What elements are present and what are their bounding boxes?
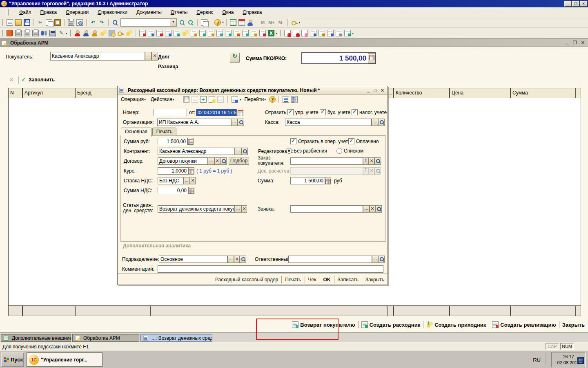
kassa-open-button[interactable]	[378, 119, 385, 126]
vat-rate-clear-button[interactable]: ✕	[190, 177, 196, 184]
document-icon[interactable]	[165, 30, 172, 36]
col-price[interactable]: Цена	[450, 88, 510, 98]
order-t-button[interactable]: T	[363, 157, 369, 165]
info-icon[interactable]: i	[214, 19, 221, 26]
report-book-icon[interactable]	[7, 30, 13, 36]
coins-icon[interactable]	[100, 30, 107, 36]
subdivision-field[interactable]: Основное	[159, 256, 227, 263]
col-n[interactable]: N	[8, 88, 22, 98]
copy-new-icon[interactable]: +	[200, 96, 207, 103]
windows-icon[interactable]	[201, 19, 207, 26]
cashflow-field[interactable]: Возврат денежных средств покупат	[158, 205, 235, 213]
contragent-select-button[interactable]: ...	[235, 148, 241, 155]
arm-close-button[interactable]: ✕	[581, 40, 585, 45]
menu-reports[interactable]: Отчеты	[171, 9, 188, 15]
taskbar-app-button[interactable]: "Управление торг...	[27, 352, 102, 367]
tab-print[interactable]: Печать	[152, 128, 176, 136]
menu-catalogs[interactable]: Справочники	[98, 9, 127, 15]
memory-mplus-button[interactable]: M+	[267, 20, 276, 25]
calendar-icon[interactable]	[238, 19, 245, 26]
paste-icon[interactable]	[54, 19, 61, 26]
document-icon[interactable]	[191, 30, 197, 36]
clear-list-icon[interactable]: ✕	[9, 76, 14, 83]
zayavka-field[interactable]	[290, 205, 363, 213]
zayavka-open-button[interactable]	[375, 205, 382, 213]
checkbox-oper[interactable]: ✓Отразить в опер. учете	[290, 138, 351, 144]
kurs-field[interactable]: 1,0000	[158, 167, 188, 175]
save-icon[interactable]	[183, 96, 189, 103]
date-field[interactable]: 02.08.2018 16:17:50	[196, 109, 237, 116]
report-icon[interactable]	[318, 30, 325, 36]
buyer-clear-button[interactable]: ✕	[151, 52, 158, 61]
restore-button[interactable]: ❐	[572, 1, 579, 7]
minimize-button[interactable]: _	[564, 1, 572, 7]
copy-icon[interactable]	[46, 19, 52, 26]
number-field[interactable]	[154, 109, 187, 116]
create-expense-button[interactable]: Создать расходник	[361, 321, 421, 328]
document-icon[interactable]	[148, 30, 154, 36]
print-button[interactable]: Печать	[285, 277, 301, 283]
subdivision-select-button[interactable]: ...	[227, 256, 234, 263]
write-button[interactable]: Записать	[338, 277, 359, 283]
create-income-button[interactable]: + Создать приходник	[426, 321, 486, 328]
caret-icon[interactable]: ▾	[66, 31, 67, 35]
print-icon[interactable]	[68, 19, 74, 26]
undo-icon[interactable]: ↶	[90, 19, 96, 26]
col-quantity[interactable]: Количество	[394, 88, 450, 98]
arm-minimize-button[interactable]: _	[566, 40, 569, 45]
mdi-tab-arm[interactable]: Обработка АРМ	[72, 334, 139, 342]
arm-restore-button[interactable]: ❐	[573, 40, 577, 45]
document-icon[interactable]	[139, 30, 146, 36]
col-sum[interactable]: Сумма	[510, 88, 576, 98]
find-next-icon[interactable]	[179, 19, 185, 26]
key-icon[interactable]	[117, 30, 124, 36]
checkbox-buh[interactable]: ✓бух. учете	[320, 109, 350, 115]
podbor-button[interactable]: Подбор	[229, 157, 249, 165]
menu-documents[interactable]: Документы	[136, 9, 162, 15]
menu-edit[interactable]: Правка	[40, 9, 57, 15]
coins-icon[interactable]	[182, 30, 189, 36]
cashflow-select-button[interactable]: ...	[235, 205, 241, 213]
dogovor-select-button[interactable]: ...	[208, 157, 214, 165]
caret-icon[interactable]: ▾	[222, 20, 224, 24]
open-icon[interactable]	[15, 19, 22, 26]
report-icon[interactable]	[327, 30, 334, 36]
dialog-minimize-button[interactable]: _	[367, 88, 370, 93]
refresh-button[interactable]: ↻	[230, 53, 240, 63]
report-icon[interactable]	[310, 30, 316, 36]
report-person-icon[interactable]	[284, 30, 291, 36]
check-button[interactable]: Чек	[308, 277, 316, 283]
print-form-icon[interactable]	[32, 30, 39, 36]
list-settings-icon[interactable]	[283, 96, 289, 103]
report-person-icon[interactable]	[293, 30, 299, 36]
pko-sum-field[interactable]: 1 500,00	[301, 52, 376, 64]
based-on-icon[interactable]	[232, 96, 238, 103]
responsible-field[interactable]	[288, 256, 372, 263]
vat-sum-field[interactable]: 0,00	[158, 187, 188, 194]
document-icon[interactable]	[156, 30, 163, 36]
menu-service[interactable]: Сервис	[196, 9, 213, 15]
radio-list[interactable]: Списком	[336, 148, 363, 154]
actions-menu-button[interactable]: Действия▾	[149, 96, 176, 103]
dogovor-clear-button[interactable]: ✕	[214, 157, 220, 165]
document-icon[interactable]	[216, 30, 223, 36]
fill-check-icon[interactable]: ✓	[21, 76, 27, 83]
cashflow-clear-button[interactable]: ✕	[241, 205, 247, 213]
zayavka-clear-button[interactable]: ✕	[370, 205, 375, 213]
order-field[interactable]	[290, 157, 363, 165]
comment-field[interactable]	[158, 265, 383, 273]
close-dialog-button[interactable]: Закрыть	[365, 277, 384, 283]
radio-no-split[interactable]: Без разбиения	[286, 148, 327, 154]
create-sale-button[interactable]: Создать реализацию	[492, 321, 556, 328]
bank-icon[interactable]	[109, 30, 115, 36]
vat-rate-select-button[interactable]: ...	[183, 177, 190, 184]
dialog-close-button[interactable]: ✕	[381, 88, 384, 93]
buyer-select-button[interactable]: ...	[145, 52, 151, 61]
kassa-field[interactable]: Касса	[285, 119, 372, 126]
report-icon[interactable]	[344, 30, 351, 36]
cut-icon[interactable]: ✂	[37, 19, 44, 26]
redo-icon[interactable]: ↷	[98, 19, 105, 26]
start-button[interactable]: Пуск	[1, 352, 24, 367]
excel-icon[interactable]: X	[268, 30, 274, 36]
cash-register-icon[interactable]	[49, 30, 56, 36]
